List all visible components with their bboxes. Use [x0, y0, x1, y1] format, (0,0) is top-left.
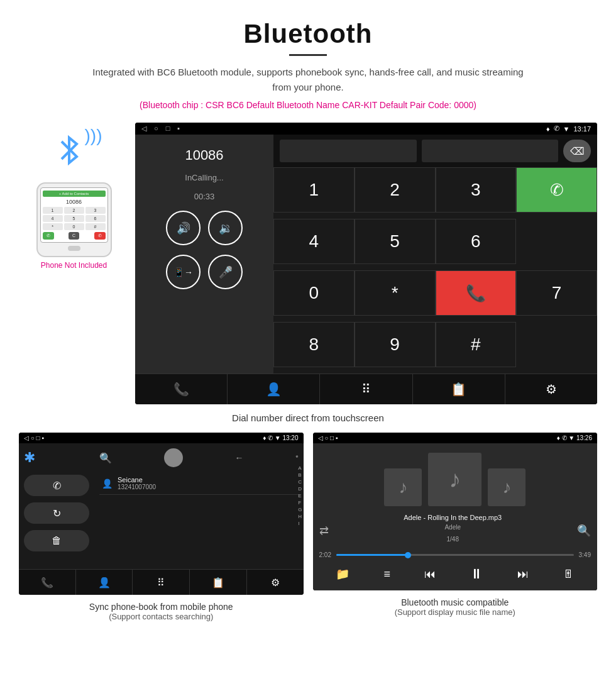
dial-key-0[interactable]: 0 — [273, 270, 355, 316]
nav-messages[interactable]: 📋 — [413, 374, 505, 404]
pb-status-icons: ♦ ✆ ▼ — [263, 434, 282, 441]
pb-sync-btn[interactable]: ↻ — [24, 502, 89, 524]
location-icon: ♦ — [546, 125, 550, 133]
nav-contacts[interactable]: 👤 — [228, 374, 320, 404]
notification-icon: ▪ — [177, 124, 180, 133]
phone-signal-icon: ✆ — [554, 124, 559, 133]
pb-search-icon[interactable]: 🔍 — [99, 452, 112, 464]
dial-input-row: ⌫ — [273, 135, 597, 167]
alpha-c: C — [298, 479, 302, 485]
pb-contact-item[interactable]: 👤 Seicane 13241007000 — [99, 472, 299, 495]
phone-key-5: 5 — [64, 215, 84, 222]
dial-key-4[interactable]: 4 — [273, 219, 355, 264]
pb-nav-msgs[interactable]: 📋 — [190, 570, 247, 595]
music-controls: 📁 ≡ ⏮ ⏸ ⏭ 🎚 — [319, 563, 591, 585]
dial-key-7[interactable]: 7 — [516, 270, 597, 316]
dial-key-9[interactable]: 9 — [355, 322, 436, 367]
music-caption-sub: (Support display music file name) — [316, 607, 595, 617]
music-home-icon: ○ — [324, 434, 328, 441]
pb-alpha-list: A B C D E F G H I — [298, 465, 302, 526]
pb-nav-settings[interactable]: ⚙ — [247, 570, 304, 595]
dial-call-btn[interactable]: ✆ — [516, 167, 597, 213]
pb-statusbar-right: ♦ ✆ ▼ 13:20 — [263, 434, 298, 441]
music-list-icon[interactable]: ≡ — [383, 568, 390, 581]
pb-contact-avatar-icon: 👤 — [102, 479, 113, 489]
call-status-label: InCalling... — [185, 173, 223, 182]
music-eq-icon[interactable]: 🎚 — [563, 568, 574, 581]
pb-sidebar: ✱ ✆ ↻ 🗑 — [19, 443, 94, 569]
nav-dialpad[interactable]: ⠿ — [320, 374, 412, 404]
car-main-screen: ◁ ○ □ ▪ ♦ ✆ ▼ 13:17 10086 InCalling... 0… — [135, 123, 597, 404]
dial-input-box[interactable] — [280, 140, 417, 162]
pb-back-arrow-icon[interactable]: ← — [234, 453, 243, 463]
call-controls-row1: 🔊 🔉 — [166, 211, 243, 245]
music-notif-icon: ▪ — [336, 434, 338, 441]
music-caption-main: Bluetooth music compatible — [316, 597, 595, 607]
music-next-btn[interactable]: ⏭ — [517, 568, 529, 581]
music-status-icons: ♦ ✆ ▼ — [557, 434, 576, 441]
music-folder-icon[interactable]: 📁 — [336, 567, 349, 581]
dial-key-6[interactable]: 6 — [436, 219, 517, 264]
search-icon[interactable]: 🔍 — [577, 524, 591, 538]
alpha-f: F — [298, 500, 302, 506]
pb-nav-contacts[interactable]: 👤 — [76, 570, 133, 595]
music-progress-fill — [336, 554, 407, 556]
car-statusbar-left: ◁ ○ □ ▪ — [141, 124, 180, 133]
dial-key-1[interactable]: 1 — [273, 167, 355, 213]
music-statusbar: ◁ ○ □ ▪ ♦ ✆ ▼ 13:26 — [313, 433, 598, 443]
transfer-btn[interactable]: 📱→ — [166, 255, 201, 289]
mute-btn[interactable]: 🎤 — [208, 255, 243, 289]
header-description: Integrated with BC6 Bluetooth module, su… — [88, 65, 528, 95]
music-progress-bar[interactable] — [336, 554, 574, 556]
dial-backspace-btn[interactable]: ⌫ — [563, 140, 591, 162]
home-icon: ○ — [154, 124, 158, 133]
bt-signal-icon: ))) — [85, 126, 102, 146]
pb-nav-calls[interactable]: 📞 — [19, 570, 76, 595]
phone-call-btn: ✆ — [43, 232, 54, 240]
car-bottom-nav: 📞 👤 ⠿ 📋 ⚙ — [135, 373, 597, 404]
volume-down-btn[interactable]: 🔉 — [208, 211, 243, 245]
music-statusbar-left: ◁ ○ □ ▪ — [318, 434, 338, 441]
phone-keypad: 1 2 3 4 5 6 * 0 # — [43, 207, 106, 230]
phone-screen: + Add to Contacts 10086 1 2 3 4 5 6 * 0 … — [40, 187, 108, 243]
dial-key-2[interactable]: 2 — [355, 167, 436, 213]
pb-statusbar-left: ◁ ○ □ ▪ — [24, 434, 44, 441]
bottom-screens: ◁ ○ □ ▪ ♦ ✆ ▼ 13:20 ✱ ✆ ↻ 🗑 — [0, 433, 616, 634]
phone-home-btn — [68, 246, 80, 251]
phone-key-1: 1 — [43, 207, 63, 214]
pb-content: ✱ ✆ ↻ 🗑 🔍 ← * 👤 Seicane — [19, 443, 304, 569]
music-artist: Adele — [404, 524, 502, 531]
phone-key-0: 0 — [64, 223, 84, 230]
call-number-display: 10086 — [185, 147, 223, 163]
shuffle-icon[interactable]: ⇄ — [319, 524, 329, 538]
car-statusbar: ◁ ○ □ ▪ ♦ ✆ ▼ 13:17 — [135, 123, 597, 135]
dial-key-8[interactable]: 8 — [273, 322, 355, 367]
pb-delete-btn[interactable]: 🗑 — [24, 530, 89, 551]
music-prev-btn[interactable]: ⏮ — [424, 568, 436, 581]
pb-time: 13:20 — [282, 434, 298, 441]
call-screen: 10086 InCalling... 00:33 🔊 🔉 📱→ 🎤 ⌫ — [135, 135, 597, 373]
phone-key-star: * — [43, 223, 63, 230]
pb-call-btn[interactable]: ✆ — [24, 475, 89, 496]
phone-key-4: 4 — [43, 215, 63, 222]
dial-end-btn[interactable]: 📞 — [436, 270, 517, 316]
pb-bottom-nav: 📞 👤 ⠿ 📋 ⚙ — [19, 569, 304, 595]
music-track-name: Adele - Rolling In the Deep.mp3 — [404, 514, 502, 521]
dial-key-red[interactable]: * — [355, 270, 436, 316]
dial-input-box2[interactable] — [422, 140, 559, 162]
phonebook-caption-main: Sync phone-book from mobile phone — [22, 602, 300, 612]
dial-key-3[interactable]: 3 — [436, 167, 517, 213]
middle-section: ))) + Add to Contacts 10086 1 2 3 4 5 6 … — [0, 116, 616, 407]
music-back-icon: ◁ — [318, 434, 323, 441]
main-caption: Dial number direct from touchscreen — [0, 407, 616, 433]
volume-up-btn[interactable]: 🔊 — [166, 211, 201, 245]
nav-calls[interactable]: 📞 — [135, 374, 228, 404]
music-pause-btn[interactable]: ⏸ — [470, 566, 483, 582]
music-time-total: 3:49 — [579, 551, 591, 558]
pb-nav-dialpad[interactable]: ⠿ — [133, 570, 190, 595]
dial-key-hash[interactable]: # — [436, 322, 517, 367]
nav-settings[interactable]: ⚙ — [505, 374, 597, 404]
alpha-d: D — [298, 486, 302, 492]
dial-key-5[interactable]: 5 — [355, 219, 436, 264]
music-album-main: ♪ — [428, 453, 481, 506]
